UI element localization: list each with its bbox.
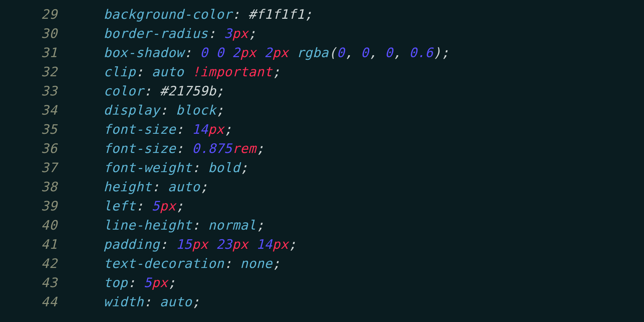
code-content[interactable]: color: #21759b; [73, 81, 224, 100]
code-content[interactable]: padding: 15px 23px 14px; [73, 235, 296, 254]
token-punct: ; [200, 179, 208, 194]
code-content[interactable]: border-radius: 3px; [73, 24, 256, 43]
code-content[interactable]: height: auto; [73, 177, 208, 196]
line-number: 38 [0, 177, 73, 196]
token-punct: ; [248, 26, 256, 41]
token-punct: ; [304, 7, 312, 22]
code-line[interactable]: 31box-shadow: 0 0 2px 2px rgba(0, 0, 0, … [0, 43, 644, 62]
token-punct: : [192, 160, 208, 175]
code-editor[interactable]: 29background-color: #f1f1f1;30border-rad… [0, 0, 644, 311]
token-prop: border-radius [104, 26, 208, 41]
code-line[interactable]: 35font-size: 14px; [0, 120, 644, 139]
code-content[interactable]: top: 5px; [73, 273, 176, 292]
token-punct: : [152, 179, 168, 194]
token-num: 0 [361, 45, 369, 60]
token-num: 14 [256, 237, 273, 252]
token-unit: px [152, 275, 168, 290]
token-punct: : [128, 275, 144, 290]
token-num: 15 [176, 237, 192, 252]
code-line[interactable]: 42text-decoration: none; [0, 254, 644, 273]
code-line[interactable]: 30border-radius: 3px; [0, 24, 644, 43]
token-punct [224, 45, 232, 60]
token-punct: ; [256, 217, 264, 233]
code-line[interactable]: 39left: 5px; [0, 196, 644, 215]
token-prop: padding [104, 237, 160, 252]
code-content[interactable]: width: auto; [73, 292, 200, 311]
token-hex: #21759b [160, 83, 216, 99]
token-punct: , [345, 45, 361, 60]
token-unit: px [232, 26, 248, 41]
token-punct [208, 237, 216, 252]
token-punct: , [393, 45, 409, 60]
token-num: 0.6 [409, 45, 433, 60]
token-prop: background-color [104, 7, 232, 22]
token-prop: font-weight [104, 160, 192, 175]
token-num: 0 [200, 45, 208, 60]
token-hex: #f1f1f1 [248, 7, 304, 22]
token-prop: text-decoration [104, 256, 224, 271]
line-number: 35 [0, 120, 73, 139]
code-line[interactable]: 44width: auto; [0, 292, 644, 311]
token-prop: width [104, 294, 144, 309]
token-punct: : [224, 256, 240, 271]
code-line[interactable]: 32clip: auto !important; [0, 62, 644, 81]
token-value: bold [208, 160, 240, 175]
token-punct: ; [272, 64, 280, 79]
token-punct: : [144, 294, 160, 309]
code-line[interactable]: 37font-weight: bold; [0, 158, 644, 177]
code-content[interactable]: left: 5px; [73, 196, 184, 215]
token-punct: ; [168, 275, 176, 290]
line-number: 31 [0, 43, 73, 62]
token-num: 14 [192, 122, 208, 137]
token-punct: : [176, 122, 192, 137]
code-line[interactable]: 41padding: 15px 23px 14px; [0, 235, 644, 254]
code-content[interactable]: font-size: 0.875rem; [73, 139, 264, 158]
code-line[interactable]: 43top: 5px; [0, 273, 644, 292]
token-num: 0.875 [192, 141, 232, 156]
code-content[interactable]: font-weight: bold; [73, 158, 248, 177]
line-number: 41 [0, 235, 73, 254]
token-punct: ; [216, 83, 224, 99]
code-line[interactable]: 34display: block; [0, 100, 644, 120]
token-value: auto [168, 179, 200, 194]
code-line[interactable]: 38height: auto; [0, 177, 644, 196]
token-paren: ( [329, 45, 337, 60]
token-num: 5 [152, 198, 160, 214]
code-content[interactable]: background-color: #f1f1f1; [73, 5, 312, 24]
line-number: 42 [0, 254, 73, 273]
token-imp: !important [192, 64, 273, 79]
token-punct: : [232, 7, 248, 22]
token-unit: px [208, 122, 224, 137]
token-punct: ; [240, 160, 248, 175]
token-unit: px [232, 237, 248, 252]
token-prop: display [104, 102, 160, 118]
code-line[interactable]: 33color: #21759b; [0, 81, 644, 100]
code-line[interactable]: 36font-size: 0.875rem; [0, 139, 644, 158]
token-punct: ; [192, 294, 200, 309]
code-content[interactable]: clip: auto !important; [73, 62, 280, 81]
token-punct: ; [256, 141, 264, 156]
code-content[interactable]: font-size: 14px; [73, 120, 232, 139]
token-punct [256, 45, 264, 60]
line-number: 33 [0, 81, 73, 100]
token-punct [248, 237, 256, 252]
token-punct: : [176, 141, 192, 156]
line-number: 32 [0, 62, 73, 81]
line-number: 34 [0, 100, 73, 120]
code-line[interactable]: 40line-height: normal; [0, 215, 644, 235]
token-punct: ; [224, 122, 232, 137]
token-value: none [240, 256, 273, 271]
code-content[interactable]: box-shadow: 0 0 2px 2px rgba(0, 0, 0, 0.… [73, 43, 449, 62]
line-number: 29 [0, 5, 73, 24]
token-value: auto [160, 294, 192, 309]
token-prop: box-shadow [104, 45, 184, 60]
line-number: 37 [0, 158, 73, 177]
token-prop: color [104, 83, 144, 99]
code-line[interactable]: 29background-color: #f1f1f1; [0, 5, 644, 24]
token-punct: ; [176, 198, 184, 214]
code-content[interactable]: line-height: normal; [73, 215, 264, 235]
token-punct: : [184, 45, 200, 60]
code-content[interactable]: text-decoration: none; [73, 254, 280, 273]
token-num: 3 [224, 26, 232, 41]
code-content[interactable]: display: block; [73, 100, 224, 120]
